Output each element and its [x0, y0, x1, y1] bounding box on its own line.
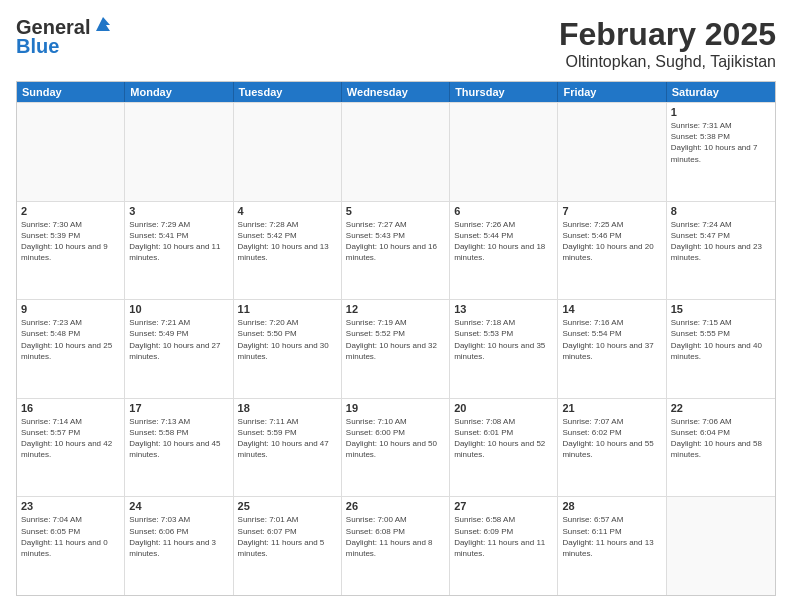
page-header: General Blue February 2025 Oltintopkan, …: [16, 16, 776, 71]
day-number: 19: [346, 402, 445, 414]
day-number: 10: [129, 303, 228, 315]
week-row-1: 1Sunrise: 7:31 AM Sunset: 5:38 PM Daylig…: [17, 102, 775, 201]
day-number: 7: [562, 205, 661, 217]
cal-cell-2-4: 13Sunrise: 7:18 AM Sunset: 5:53 PM Dayli…: [450, 300, 558, 398]
calendar-header: SundayMondayTuesdayWednesdayThursdayFrid…: [17, 82, 775, 102]
day-number: 25: [238, 500, 337, 512]
day-info: Sunrise: 6:58 AM Sunset: 6:09 PM Dayligh…: [454, 514, 553, 559]
day-number: 16: [21, 402, 120, 414]
day-number: 11: [238, 303, 337, 315]
title-block: February 2025 Oltintopkan, Sughd, Tajiki…: [559, 16, 776, 71]
cal-cell-4-4: 27Sunrise: 6:58 AM Sunset: 6:09 PM Dayli…: [450, 497, 558, 595]
cal-cell-3-1: 17Sunrise: 7:13 AM Sunset: 5:58 PM Dayli…: [125, 399, 233, 497]
calendar-title: February 2025: [559, 16, 776, 53]
logo-icon: [92, 13, 114, 35]
day-info: Sunrise: 7:28 AM Sunset: 5:42 PM Dayligh…: [238, 219, 337, 264]
day-number: 24: [129, 500, 228, 512]
header-day-monday: Monday: [125, 82, 233, 102]
cal-cell-1-0: 2Sunrise: 7:30 AM Sunset: 5:39 PM Daylig…: [17, 202, 125, 300]
cal-cell-1-5: 7Sunrise: 7:25 AM Sunset: 5:46 PM Daylig…: [558, 202, 666, 300]
day-number: 9: [21, 303, 120, 315]
day-info: Sunrise: 7:30 AM Sunset: 5:39 PM Dayligh…: [21, 219, 120, 264]
header-day-wednesday: Wednesday: [342, 82, 450, 102]
cal-cell-3-4: 20Sunrise: 7:08 AM Sunset: 6:01 PM Dayli…: [450, 399, 558, 497]
day-info: Sunrise: 7:11 AM Sunset: 5:59 PM Dayligh…: [238, 416, 337, 461]
cal-cell-3-6: 22Sunrise: 7:06 AM Sunset: 6:04 PM Dayli…: [667, 399, 775, 497]
cal-cell-4-5: 28Sunrise: 6:57 AM Sunset: 6:11 PM Dayli…: [558, 497, 666, 595]
day-number: 5: [346, 205, 445, 217]
cal-cell-1-1: 3Sunrise: 7:29 AM Sunset: 5:41 PM Daylig…: [125, 202, 233, 300]
cal-cell-4-2: 25Sunrise: 7:01 AM Sunset: 6:07 PM Dayli…: [234, 497, 342, 595]
header-day-sunday: Sunday: [17, 82, 125, 102]
day-number: 28: [562, 500, 661, 512]
day-info: Sunrise: 7:27 AM Sunset: 5:43 PM Dayligh…: [346, 219, 445, 264]
cal-cell-2-1: 10Sunrise: 7:21 AM Sunset: 5:49 PM Dayli…: [125, 300, 233, 398]
day-number: 22: [671, 402, 771, 414]
day-info: Sunrise: 7:24 AM Sunset: 5:47 PM Dayligh…: [671, 219, 771, 264]
cal-cell-4-1: 24Sunrise: 7:03 AM Sunset: 6:06 PM Dayli…: [125, 497, 233, 595]
day-info: Sunrise: 7:08 AM Sunset: 6:01 PM Dayligh…: [454, 416, 553, 461]
week-row-3: 9Sunrise: 7:23 AM Sunset: 5:48 PM Daylig…: [17, 299, 775, 398]
day-number: 26: [346, 500, 445, 512]
day-info: Sunrise: 7:18 AM Sunset: 5:53 PM Dayligh…: [454, 317, 553, 362]
day-info: Sunrise: 7:10 AM Sunset: 6:00 PM Dayligh…: [346, 416, 445, 461]
day-info: Sunrise: 7:04 AM Sunset: 6:05 PM Dayligh…: [21, 514, 120, 559]
day-info: Sunrise: 6:57 AM Sunset: 6:11 PM Dayligh…: [562, 514, 661, 559]
day-number: 8: [671, 205, 771, 217]
day-info: Sunrise: 7:06 AM Sunset: 6:04 PM Dayligh…: [671, 416, 771, 461]
cal-cell-1-6: 8Sunrise: 7:24 AM Sunset: 5:47 PM Daylig…: [667, 202, 775, 300]
day-number: 4: [238, 205, 337, 217]
day-info: Sunrise: 7:00 AM Sunset: 6:08 PM Dayligh…: [346, 514, 445, 559]
cal-cell-0-0: [17, 103, 125, 201]
day-info: Sunrise: 7:31 AM Sunset: 5:38 PM Dayligh…: [671, 120, 771, 165]
cal-cell-3-2: 18Sunrise: 7:11 AM Sunset: 5:59 PM Dayli…: [234, 399, 342, 497]
cal-cell-2-3: 12Sunrise: 7:19 AM Sunset: 5:52 PM Dayli…: [342, 300, 450, 398]
day-number: 18: [238, 402, 337, 414]
day-number: 20: [454, 402, 553, 414]
cal-cell-4-0: 23Sunrise: 7:04 AM Sunset: 6:05 PM Dayli…: [17, 497, 125, 595]
day-number: 15: [671, 303, 771, 315]
day-info: Sunrise: 7:21 AM Sunset: 5:49 PM Dayligh…: [129, 317, 228, 362]
cal-cell-0-2: [234, 103, 342, 201]
cal-cell-0-3: [342, 103, 450, 201]
day-number: 21: [562, 402, 661, 414]
cal-cell-2-5: 14Sunrise: 7:16 AM Sunset: 5:54 PM Dayli…: [558, 300, 666, 398]
calendar: SundayMondayTuesdayWednesdayThursdayFrid…: [16, 81, 776, 596]
day-number: 17: [129, 402, 228, 414]
cal-cell-1-2: 4Sunrise: 7:28 AM Sunset: 5:42 PM Daylig…: [234, 202, 342, 300]
cal-cell-0-5: [558, 103, 666, 201]
day-info: Sunrise: 7:29 AM Sunset: 5:41 PM Dayligh…: [129, 219, 228, 264]
week-row-2: 2Sunrise: 7:30 AM Sunset: 5:39 PM Daylig…: [17, 201, 775, 300]
cal-cell-0-4: [450, 103, 558, 201]
header-day-friday: Friday: [558, 82, 666, 102]
day-number: 2: [21, 205, 120, 217]
day-info: Sunrise: 7:25 AM Sunset: 5:46 PM Dayligh…: [562, 219, 661, 264]
cal-cell-0-6: 1Sunrise: 7:31 AM Sunset: 5:38 PM Daylig…: [667, 103, 775, 201]
cal-cell-4-6: [667, 497, 775, 595]
day-info: Sunrise: 7:07 AM Sunset: 6:02 PM Dayligh…: [562, 416, 661, 461]
cal-cell-2-2: 11Sunrise: 7:20 AM Sunset: 5:50 PM Dayli…: [234, 300, 342, 398]
week-row-4: 16Sunrise: 7:14 AM Sunset: 5:57 PM Dayli…: [17, 398, 775, 497]
day-info: Sunrise: 7:13 AM Sunset: 5:58 PM Dayligh…: [129, 416, 228, 461]
day-info: Sunrise: 7:19 AM Sunset: 5:52 PM Dayligh…: [346, 317, 445, 362]
header-day-saturday: Saturday: [667, 82, 775, 102]
day-info: Sunrise: 7:20 AM Sunset: 5:50 PM Dayligh…: [238, 317, 337, 362]
calendar-subtitle: Oltintopkan, Sughd, Tajikistan: [559, 53, 776, 71]
cal-cell-4-3: 26Sunrise: 7:00 AM Sunset: 6:08 PM Dayli…: [342, 497, 450, 595]
day-number: 14: [562, 303, 661, 315]
logo: General Blue: [16, 16, 114, 58]
day-info: Sunrise: 7:23 AM Sunset: 5:48 PM Dayligh…: [21, 317, 120, 362]
day-info: Sunrise: 7:03 AM Sunset: 6:06 PM Dayligh…: [129, 514, 228, 559]
day-info: Sunrise: 7:01 AM Sunset: 6:07 PM Dayligh…: [238, 514, 337, 559]
day-info: Sunrise: 7:14 AM Sunset: 5:57 PM Dayligh…: [21, 416, 120, 461]
cal-cell-1-3: 5Sunrise: 7:27 AM Sunset: 5:43 PM Daylig…: [342, 202, 450, 300]
day-info: Sunrise: 7:26 AM Sunset: 5:44 PM Dayligh…: [454, 219, 553, 264]
cal-cell-2-0: 9Sunrise: 7:23 AM Sunset: 5:48 PM Daylig…: [17, 300, 125, 398]
day-number: 23: [21, 500, 120, 512]
calendar-page: General Blue February 2025 Oltintopkan, …: [0, 0, 792, 612]
cal-cell-2-6: 15Sunrise: 7:15 AM Sunset: 5:55 PM Dayli…: [667, 300, 775, 398]
cal-cell-0-1: [125, 103, 233, 201]
cal-cell-3-3: 19Sunrise: 7:10 AM Sunset: 6:00 PM Dayli…: [342, 399, 450, 497]
cal-cell-1-4: 6Sunrise: 7:26 AM Sunset: 5:44 PM Daylig…: [450, 202, 558, 300]
day-number: 3: [129, 205, 228, 217]
